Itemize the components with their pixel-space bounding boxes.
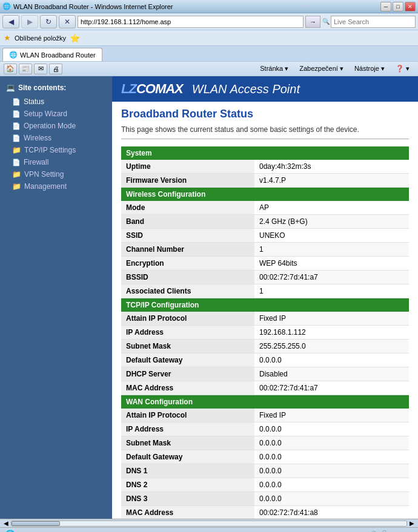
content-area: LZCOMAX WLAN Access Point Broadband Rout… (112, 76, 418, 519)
clients-label: Associated Clients (121, 284, 254, 298)
page-content: Broadband Router Status This page shows … (112, 102, 418, 519)
bssid-label: BSSID (121, 271, 254, 284)
tcpip-gateway-row: Default Gateway 0.0.0.0 (121, 353, 409, 367)
home-menu-button[interactable]: 🏠 (4, 64, 17, 74)
close-button[interactable]: ✕ (405, 2, 416, 11)
tcpip-ip-label: IP Address (121, 326, 254, 340)
search-area: 🔍 (322, 16, 416, 28)
sidebar-item-tcpip[interactable]: 📁 TCP/IP Settings (0, 144, 112, 156)
folder-icon-vpn: 📁 (12, 170, 21, 179)
page-icon-status: 📄 (12, 98, 21, 106)
address-input[interactable] (78, 16, 304, 28)
sidebar: 💻 Site contents: 📄 Status 📄 Setup Wizard… (0, 76, 112, 519)
uptime-row: Uptime 0day:4h:32m:3s (121, 160, 409, 174)
wan-gateway-label: Default Gateway (121, 450, 254, 464)
page-icon-operation: 📄 (12, 122, 21, 130)
sidebar-item-management[interactable]: 📁 Management (0, 180, 112, 192)
wan-gateway-row: Default Gateway 0.0.0.0 (121, 450, 409, 464)
bssid-value: 00:02:72:7d:41:a7 (254, 271, 409, 284)
tcpip-attain-row: Attain IP Protocol Fixed IP (121, 312, 409, 326)
sidebar-title-icon: 💻 (6, 84, 15, 92)
system-section-header: System (121, 146, 409, 160)
uptime-label: Uptime (121, 160, 254, 174)
tab-label: WLAN Broadband Router (20, 51, 96, 59)
sidebar-label-management: Management (24, 182, 67, 191)
sidebar-item-operation-mode[interactable]: 📄 Operation Mode (0, 120, 112, 132)
encryption-value: WEP 64bits (254, 257, 409, 271)
main-area: 💻 Site contents: 📄 Status 📄 Setup Wizard… (0, 76, 418, 519)
wan-attain-value: Fixed IP (254, 409, 409, 422)
menu-item-zabezpeceni[interactable]: Zabezpečení ▾ (294, 64, 348, 74)
internet-icon: 🌐 (5, 530, 15, 533)
stop-button[interactable]: ✕ (59, 15, 76, 28)
clients-row: Associated Clients 1 (121, 284, 409, 298)
wan-dns3-label: DNS 3 (121, 492, 254, 506)
sidebar-label-firewall: Firewall (24, 158, 48, 166)
minimize-button[interactable]: ─ (380, 2, 391, 11)
wan-dns2-label: DNS 2 (121, 478, 254, 492)
firmware-value: v1.4.7.P (254, 174, 409, 188)
tab-icon: 🌐 (9, 51, 18, 59)
sidebar-item-setup-wizard[interactable]: 📄 Setup Wizard (0, 108, 112, 120)
forward-button[interactable]: ▶ (21, 15, 38, 28)
scroll-right-button[interactable]: ▶ (407, 520, 417, 527)
add-bookmark-icon[interactable]: ⭐ (70, 33, 80, 43)
page-icon-wireless: 📄 (12, 134, 21, 142)
go-button[interactable]: → (305, 16, 320, 28)
search-input[interactable] (331, 16, 416, 28)
window-title: WLAN Broadband Router - Windows Internet… (13, 3, 380, 10)
print-menu-button[interactable]: 🖨 (49, 64, 62, 74)
mode-label: Mode (121, 201, 254, 215)
band-value: 2.4 GHz (B+G) (254, 215, 409, 229)
page-icon-wizard: 📄 (12, 110, 21, 118)
wan-dns2-value: 0.0.0.0 (254, 478, 409, 492)
back-button[interactable]: ◀ (2, 15, 19, 28)
sidebar-label-wireless: Wireless (24, 134, 51, 142)
active-tab[interactable]: 🌐 WLAN Broadband Router (2, 48, 102, 61)
logo-comax: COMAX (136, 81, 183, 96)
scrollbar-thumb[interactable] (12, 521, 60, 526)
wireless-section-header: Wireless Configuration (121, 188, 409, 202)
tcpip-gateway-label: Default Gateway (121, 353, 254, 367)
folder-icon-mgmt: 📁 (12, 182, 21, 191)
ssid-value: UNEKO (254, 229, 409, 243)
scroll-left-button[interactable]: ◀ (1, 520, 11, 527)
horizontal-scrollbar[interactable]: ◀ ▶ (0, 519, 418, 527)
page-description: This page shows the current status and s… (121, 125, 409, 139)
sidebar-item-vpn[interactable]: 📁 VPN Setting (0, 168, 112, 180)
scrollbar-track[interactable] (11, 521, 407, 527)
address-bar: ◀ ▶ ↻ ✕ → 🔍 (0, 13, 418, 30)
tcpip-dhcp-label: DHCP Server (121, 367, 254, 381)
menu-item-nastroje[interactable]: Nástroje ▾ (350, 64, 390, 74)
window-controls: ─ □ ✕ (380, 2, 416, 11)
menu-item-stranka[interactable]: Stránka ▾ (255, 64, 293, 74)
page-heading: Broadband Router Status (121, 108, 409, 120)
maximize-button[interactable]: □ (393, 2, 403, 11)
band-label: Band (121, 215, 254, 229)
mail-menu-button[interactable]: ✉ (34, 64, 47, 74)
sidebar-item-firewall[interactable]: 📄 Firewall (0, 156, 112, 168)
status-table: System Uptime 0day:4h:32m:3s Firmware Ve… (121, 146, 409, 519)
sidebar-label-status: Status (24, 97, 44, 106)
title-bar: 🌐 WLAN Broadband Router - Windows Intern… (0, 0, 418, 13)
bookmarks-label: Oblíbené položky (15, 34, 66, 42)
feeds-menu-button[interactable]: 📰 (19, 64, 32, 74)
encryption-row: Encryption WEP 64bits (121, 257, 409, 271)
wlan-title: WLAN Access Point (192, 82, 300, 96)
sidebar-item-status[interactable]: 📄 Status (0, 96, 112, 108)
bookmarks-icon: ★ (4, 33, 11, 42)
wireless-section-row: Wireless Configuration (121, 188, 409, 202)
refresh-button[interactable]: ↻ (40, 15, 57, 28)
sidebar-item-wireless[interactable]: 📄 Wireless (0, 132, 112, 144)
sidebar-label-wizard: Setup Wizard (24, 110, 67, 118)
mode-value: AP (254, 201, 409, 215)
mode-row: Mode AP (121, 201, 409, 215)
bssid-row: BSSID 00:02:72:7d:41:a7 (121, 271, 409, 284)
menu-item-help[interactable]: ❓ ▾ (391, 64, 414, 74)
bookmarks-bar: ★ Oblíbené položky ⭐ (0, 30, 418, 46)
tcpip-subnet-value: 255.255.255.0 (254, 340, 409, 353)
tcpip-mac-value: 00:02:72:7d:41:a7 (254, 381, 409, 395)
status-left: 🌐 Internet | Chráněný režim: Vypnuto (5, 530, 365, 533)
wan-mac-row: MAC Address 00:02:72:7d:41:a8 (121, 506, 409, 519)
wan-subnet-label: Subnet Mask (121, 436, 254, 450)
